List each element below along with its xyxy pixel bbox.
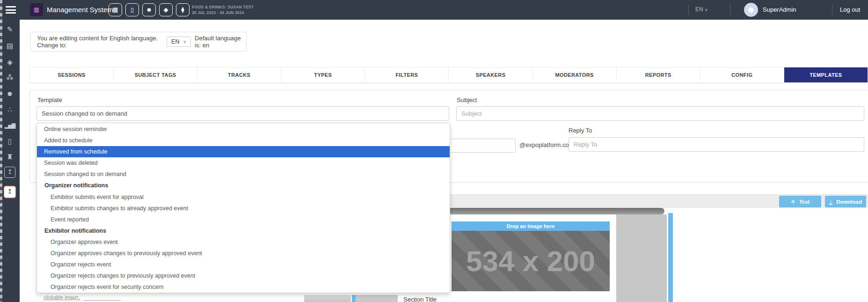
left-sidebar: ✎▤◈⁂☻∴▂▅▇▯♜↥↥	[0, 20, 20, 302]
chevron-down-icon: ▾	[76, 295, 78, 299]
dropdown-option[interactable]: Organizer rejects event	[37, 259, 450, 270]
module-bar	[304, 295, 351, 302]
hamburger-menu-icon[interactable]	[6, 6, 16, 14]
event-info: FOOD & DRINKS: SUSAN TEST 30 JUL 2023 - …	[192, 4, 254, 15]
editor-gutter	[616, 214, 667, 302]
clickable-image-link[interactable]: clickable imag...	[44, 295, 80, 300]
language-select[interactable]: EN ∨	[167, 37, 191, 47]
tag-icon[interactable]: ◆	[159, 3, 173, 16]
default-language-note: Default language is: en	[195, 35, 246, 49]
download-button[interactable]: ↓ Download	[825, 196, 866, 207]
dropdown-option[interactable]: Exhibitor submits event for approval	[37, 192, 450, 203]
download-icon: ↓	[829, 199, 833, 205]
template-label: Template	[37, 96, 62, 103]
screen-edge-artifact	[0, 0, 2, 302]
image-placeholder-size: 534 x 200	[466, 244, 595, 278]
tags-icon[interactable]: ◈	[4, 57, 15, 68]
people-icon[interactable]: ☻	[4, 88, 15, 99]
module-accent-bar	[352, 295, 356, 302]
editor-scrollbar[interactable]	[668, 213, 673, 302]
sessions-icon[interactable]: ▤	[4, 40, 15, 52]
event-name: FOOD & DRINKS: SUSAN TEST	[192, 4, 254, 10]
notice-text: You are editing content for English lang…	[37, 35, 163, 49]
image-drop-zone[interactable]: Drop an image here	[452, 221, 610, 231]
subject-input[interactable]	[456, 106, 864, 121]
app-title: Management System	[47, 6, 113, 14]
tab-bar: SESSIONSSUBJECT TAGSTRACKSTYPESFILTERSSP…	[29, 67, 868, 83]
chevron-down-icon: ∨	[705, 7, 708, 12]
export-doc-icon[interactable]: ↥	[4, 167, 15, 178]
reply-to-label: Reply To	[569, 127, 592, 134]
dropdown-option[interactable]: Added to schedule	[37, 135, 450, 146]
dropdown-option[interactable]: Organizer notifications	[37, 180, 450, 191]
app-logo: ▦	[30, 3, 43, 16]
users-icon[interactable]: ☻	[142, 3, 156, 16]
dropdown-option[interactable]: Session was deleted	[37, 157, 450, 169]
avatar[interactable]: ☻	[744, 3, 758, 17]
dropdown-option[interactable]: Organizer approves event	[37, 236, 450, 248]
template-select-input[interactable]	[36, 106, 449, 121]
booth-icon[interactable]: ♜	[4, 151, 15, 162]
dropdown-option[interactable]: Session changed to on demand	[37, 169, 450, 180]
calendar-icon[interactable]: ▦	[109, 3, 122, 16]
speakers-icon[interactable]: ⁂	[4, 72, 15, 83]
image-placeholder[interactable]: 534 x 200	[452, 231, 610, 291]
dropdown-option[interactable]: Organizer approves changes to previously…	[37, 248, 450, 259]
top-header: ▦ Management System ▦▯☻◆⧫ FOOD & DRINKS:…	[0, 0, 868, 20]
header-icon-buttons: ▦▯☻◆⧫	[109, 3, 190, 16]
subject-label: Subject	[457, 96, 477, 103]
header-divider	[730, 4, 730, 15]
chevron-down-icon: ∨	[183, 39, 186, 44]
email-domain-text: @expoplatform.com	[519, 141, 574, 148]
mobile-app-icon[interactable]: ▯	[4, 136, 15, 147]
share-icon[interactable]: ∴	[4, 104, 15, 115]
dropdown-option[interactable]: Removed from schedule	[37, 146, 450, 157]
test-button[interactable]: ✈ Test	[779, 196, 821, 207]
edit-icon[interactable]: ✎	[4, 24, 15, 35]
username[interactable]: SuperAdmin	[763, 6, 796, 13]
logout-button[interactable]: Log out	[840, 6, 860, 13]
language-notice: You are editing content for English lang…	[30, 32, 247, 52]
dropdown-option[interactable]: Organizer rejects changes to previously …	[37, 270, 450, 281]
section-title-text: Section Title	[403, 296, 437, 302]
upload-doc-icon[interactable]: ↥	[4, 186, 15, 198]
dropdown-option[interactable]: Event reported	[37, 214, 450, 225]
analytics-icon[interactable]: ▂▅▇	[4, 120, 15, 131]
send-icon: ✈	[790, 198, 796, 205]
education-icon[interactable]: ⧫	[176, 3, 190, 16]
header-divider	[832, 4, 832, 15]
dropdown-option[interactable]: Exhibitor notifications	[37, 225, 450, 236]
dropdown-option[interactable]: Organizer rejects event for security con…	[37, 281, 450, 293]
blank-field-underline[interactable]	[83, 300, 121, 301]
event-dates: 30 JUL 2023 - 30 JUN 2024	[192, 10, 254, 15]
template-dropdown-list: Online session reminderAdded to schedule…	[36, 123, 450, 293]
dropdown-option[interactable]: Exhibitor submits changes to already app…	[37, 203, 450, 214]
module-bar	[356, 295, 398, 302]
reply-to-input[interactable]	[569, 137, 864, 152]
header-language-select[interactable]: EN ∨	[695, 6, 708, 13]
header-divider	[688, 4, 689, 15]
dropdown-option[interactable]: Online session reminder	[37, 124, 450, 135]
mobile-icon[interactable]: ▯	[125, 3, 139, 16]
